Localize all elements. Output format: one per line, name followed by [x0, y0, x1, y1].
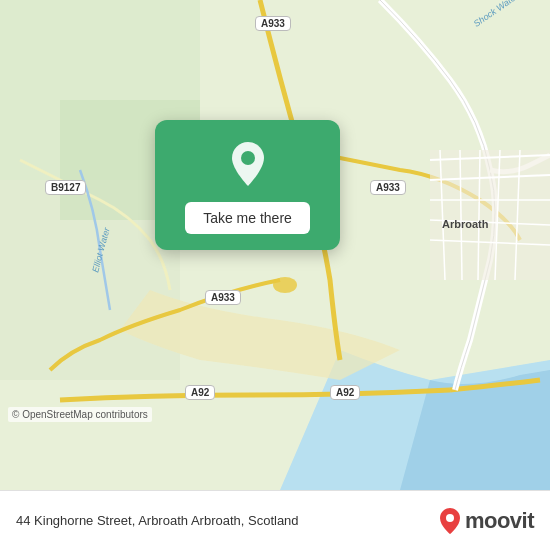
svg-point-15	[273, 277, 297, 293]
svg-point-17	[241, 151, 255, 165]
info-bar: 44 Kinghorne Street, Arbroath Arbroath, …	[0, 490, 550, 550]
moovit-pin-icon	[439, 507, 461, 535]
take-me-there-button[interactable]: Take me there	[185, 202, 310, 234]
place-label-arbroath: Arbroath	[442, 218, 488, 230]
road-badge-a933-sw: A933	[205, 290, 241, 305]
map-attribution: © OpenStreetMap contributors	[8, 407, 152, 422]
moovit-logo: moovit	[439, 507, 534, 535]
svg-rect-4	[430, 150, 550, 280]
road-badge-b9127: B9127	[45, 180, 86, 195]
address-label: 44 Kinghorne Street, Arbroath Arbroath, …	[16, 513, 439, 528]
map-container: A933 A933 A933 A92 A92 B9127 Arbroath Sh…	[0, 0, 550, 490]
popup-card: Take me there	[155, 120, 340, 250]
road-badge-a92-right: A92	[330, 385, 360, 400]
location-pin-icon	[222, 138, 274, 190]
road-badge-a92-left: A92	[185, 385, 215, 400]
road-badge-a933-mid: A933	[370, 180, 406, 195]
svg-point-18	[446, 514, 454, 522]
moovit-brand-name: moovit	[465, 508, 534, 534]
road-badge-a933-top: A933	[255, 16, 291, 31]
